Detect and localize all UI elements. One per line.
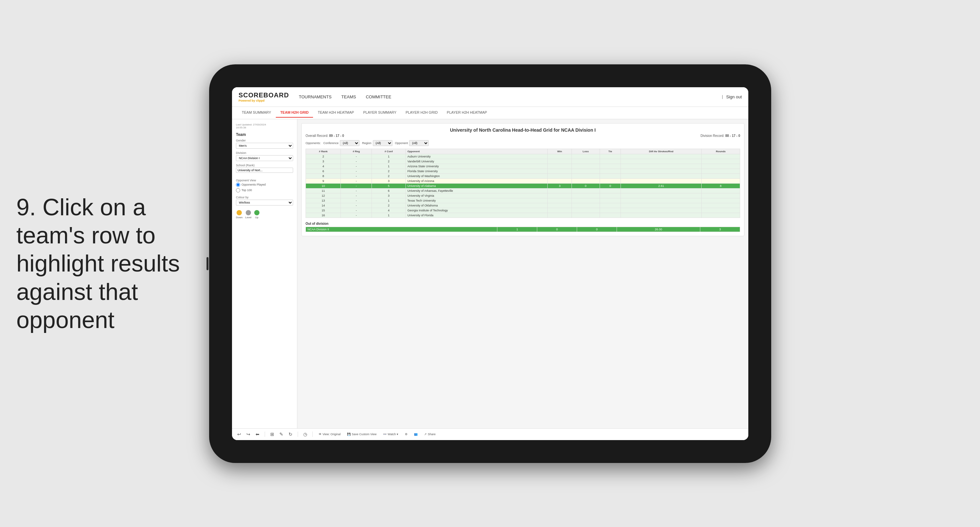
table-header-row: # Rank # Reg # Conf Opponent Win Loss Ti… (306, 149, 740, 154)
col-conf: # Conf (372, 149, 406, 154)
colour-section: Colour by Win/loss Down Level (236, 196, 293, 219)
main-content: Last Updated: 27/03/2024 16:55:38 Team G… (232, 119, 748, 428)
logo-area: SCOREBOARD Powered by clippd (239, 91, 289, 102)
table-row[interactable]: 4-1Arizona State University (306, 164, 740, 169)
filters-row: Opponents: Conference (All) Region (All) (305, 140, 740, 146)
tab-team-summary[interactable]: TEAM SUMMARY (237, 108, 276, 118)
toolbar-divider-1 (265, 431, 265, 437)
table-row[interactable]: 15-4Georgia Institute of Technology (306, 208, 740, 213)
gender-select[interactable]: Men's (236, 143, 293, 149)
save-icon: 💾 (347, 433, 351, 436)
table-row[interactable]: 8-2University of Washington (306, 174, 740, 178)
clock-button[interactable]: ◷ (302, 431, 309, 438)
colour-up-label: Up (255, 216, 258, 219)
opponent-select[interactable]: (All) (409, 140, 429, 146)
camera-button[interactable]: ⊞ (269, 431, 275, 438)
refresh-button[interactable]: ↻ (287, 431, 294, 438)
share-icon: ↗ (424, 433, 427, 436)
colour-legend: Down Level Up (236, 210, 293, 219)
grid-panel: University of North Carolina Head-to-Hea… (301, 123, 745, 236)
logo-subtitle: Powered by clippd (239, 99, 289, 102)
col-opponent: Opponent (406, 149, 548, 154)
sign-out-link[interactable]: Sign out (726, 94, 742, 99)
nav-teams[interactable]: TEAMS (342, 94, 356, 99)
panel-last-updated: Last Updated: 27/03/2024 16:55:38 (236, 123, 293, 129)
tablet-side-button (207, 257, 208, 270)
save-custom-view-button[interactable]: 💾 Save Custom View (345, 432, 379, 436)
tablet-device: SCOREBOARD Powered by clippd TOURNAMENTS… (209, 64, 771, 463)
back-button[interactable]: ⬅ (254, 431, 261, 438)
table-row[interactable]: 2-1Auburn University (306, 154, 740, 159)
col-loss: Loss (572, 149, 600, 154)
filter-conference: Conference (All) (323, 140, 360, 146)
nav-committee[interactable]: COMMITTEE (366, 94, 391, 99)
eye-icon: 👁 (318, 433, 321, 436)
share-button[interactable]: ↗ Share (422, 432, 438, 436)
grid-subtitle: Overall Record: 89 - 17 - 0 Division Rec… (305, 134, 740, 137)
bottom-toolbar: ↩ ↪ ⬅ ⊞ ✎ ↻ ◷ 👁 View: Original 💾 Save Cu… (232, 428, 748, 440)
logo-title: SCOREBOARD (239, 91, 289, 99)
edit-button[interactable]: ✎ (278, 431, 285, 438)
col-diff: Diff Av Strokes/Rnd (621, 149, 702, 154)
watch-icon: 👓 (383, 433, 387, 436)
right-content: University of North Carolina Head-to-Hea… (298, 119, 748, 428)
table-row[interactable]: 10-5University of Alabama3002.618 (306, 183, 740, 188)
table-row[interactable]: 16-1University of Florida (306, 213, 740, 218)
col-tie: Tie (600, 149, 621, 154)
top-100-radio[interactable]: Top 100 (236, 188, 293, 193)
tab-team-h2h-heatmap[interactable]: TEAM H2H HEATMAP (313, 108, 358, 118)
colour-down: Down (236, 210, 242, 219)
colour-level-dot (246, 210, 251, 215)
table-row[interactable]: 12-3University of Virginia (306, 193, 740, 198)
settings-button[interactable]: ⚙ (403, 432, 409, 436)
gender-field-label: Gender (236, 139, 293, 142)
nav-tournaments[interactable]: TOURNAMENTS (299, 94, 331, 99)
division-field-label: Division (236, 151, 293, 154)
region-select[interactable]: (All) (373, 140, 393, 146)
col-win: Win (548, 149, 572, 154)
school-field-label: School (Rank) (236, 164, 293, 167)
colour-up: Up (254, 210, 259, 219)
instruction-text: 9. Click on a team's row to highlight re… (16, 193, 206, 334)
out-of-division-table: NCAA Division II10026.003 (305, 227, 740, 232)
colour-up-dot (254, 210, 259, 215)
tab-player-h2h-heatmap[interactable]: PLAYER H2H HEATMAP (442, 108, 492, 118)
view-original-button[interactable]: 👁 View: Original (317, 432, 342, 436)
filter-opponent: Opponent (All) (395, 140, 429, 146)
out-of-division-label: Out of division (305, 222, 740, 225)
col-reg: # Reg (341, 149, 372, 154)
overall-record: Overall Record: 89 - 17 - 0 (305, 134, 344, 137)
table-row[interactable]: 3-2Vanderbilt University (306, 159, 740, 164)
nav-bar: SCOREBOARD Powered by clippd TOURNAMENTS… (232, 87, 748, 107)
users-button[interactable]: 👥 (412, 432, 420, 436)
toolbar-divider-3 (312, 431, 313, 437)
redo-button[interactable]: ↪ (245, 431, 251, 438)
out-division-row[interactable]: NCAA Division II10026.003 (306, 227, 740, 232)
table-row[interactable]: 11-6University of Arkansas, Fayetteville (306, 188, 740, 193)
col-rounds: Rounds (702, 149, 740, 154)
opponent-view-label: Opponent View (236, 179, 293, 182)
table-row[interactable]: 6-2Florida State University (306, 169, 740, 174)
watch-button[interactable]: 👓 Watch ▾ (381, 432, 400, 436)
logo-brand: clippd (256, 99, 265, 102)
colour-down-label: Down (236, 216, 242, 219)
conference-select[interactable]: (All) (340, 140, 360, 146)
division-select[interactable]: NCAA Division I (236, 155, 293, 161)
tab-team-h2h-grid[interactable]: TEAM H2H GRID (276, 108, 313, 118)
tab-player-h2h-grid[interactable]: PLAYER H2H GRID (401, 108, 442, 118)
opponents-played-radio[interactable]: Opponents Played (236, 183, 293, 187)
left-panel: Last Updated: 27/03/2024 16:55:38 Team G… (232, 119, 298, 428)
table-row[interactable]: 14-2University of Oklahoma (306, 203, 740, 208)
table-row[interactable]: 13-1Texas Tech University (306, 198, 740, 203)
table-row[interactable]: 9-3University of Arizona (306, 178, 740, 183)
undo-button[interactable]: ↩ (236, 431, 242, 438)
tab-player-summary[interactable]: PLAYER SUMMARY (358, 108, 401, 118)
school-input[interactable] (236, 167, 293, 173)
nav-right: | Sign out (722, 94, 742, 99)
filter-opponents: Opponents: (305, 142, 321, 145)
tablet-screen: SCOREBOARD Powered by clippd TOURNAMENTS… (232, 87, 748, 440)
colour-by-label: Colour by (236, 196, 293, 199)
colour-level: Level (245, 210, 251, 219)
filter-region: Region (All) (362, 140, 393, 146)
colour-by-select[interactable]: Win/loss (236, 200, 293, 205)
